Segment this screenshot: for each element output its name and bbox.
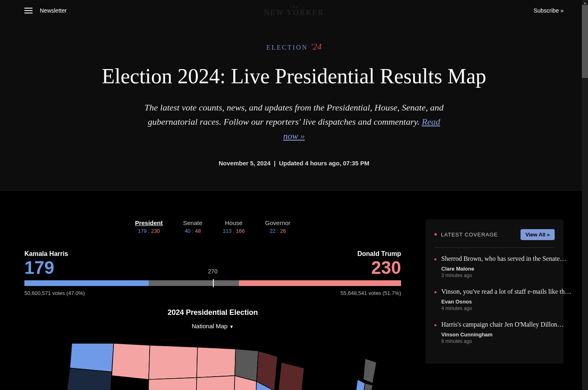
state-wa[interactable]: [70, 343, 114, 372]
coverage-author: Clare Malone: [441, 266, 566, 272]
bullet-icon: [434, 291, 436, 293]
view-all-button[interactable]: View All »: [521, 229, 555, 240]
chevron-down-icon: ▼: [229, 324, 234, 329]
hero-section: ELECTION '24 Election 2024: Live Preside…: [0, 21, 588, 191]
tab-governor[interactable]: Governor 22 : 26: [265, 219, 291, 234]
state-mi[interactable]: [278, 362, 304, 390]
map-selector[interactable]: National Map ▼: [24, 323, 401, 329]
coverage-panel: LATEST COVERAGE View All » Sherrod Brown…: [425, 219, 564, 364]
state-id[interactable]: [112, 343, 150, 379]
coverage-author: Vinson Cunningham: [441, 332, 564, 338]
menu-icon[interactable]: [24, 8, 33, 13]
live-dot-icon: [434, 233, 437, 236]
map-title: 2024 Presidential Election: [24, 308, 401, 317]
newsletter-link[interactable]: Newsletter: [40, 7, 67, 14]
coverage-time: 3 minutes ago: [441, 273, 566, 278]
timestamp: November 5, 2024 | Updated 4 hours ago, …: [24, 160, 564, 167]
coverage-item[interactable]: Harris's campaign chair Jen O'Malley Dil…: [434, 321, 555, 344]
coverage-time: 8 minutes ago: [441, 338, 564, 344]
rep-candidate-name: Donald Trump: [357, 250, 401, 258]
coverage-item[interactable]: Sherrod Brown, who has served in the Sen…: [434, 255, 555, 278]
state-vt[interactable]: [356, 379, 365, 390]
tab-house[interactable]: House 113 : 166: [223, 219, 245, 234]
dem-electoral-votes: 179: [24, 258, 54, 278]
site-logo[interactable]: The NEW YORKER: [264, 4, 324, 17]
dem-vote-count: 50,600,571 votes (47.0%): [24, 290, 85, 296]
header-bar: Newsletter The NEW YORKER Subscribe »: [0, 0, 588, 21]
coverage-headline: Vinson, you've read a lot of staff e-mai…: [441, 288, 571, 295]
coverage-item[interactable]: Vinson, you've read a lot of staff e-mai…: [434, 288, 555, 311]
coverage-headline: Harris's campaign chair Jen O'Malley Dil…: [441, 321, 564, 328]
tab-senate[interactable]: Senate 40 : 48: [183, 219, 203, 234]
target-270: 270: [208, 268, 217, 275]
bullet-icon: [434, 324, 436, 326]
ev-progress-bar: [24, 280, 401, 286]
state-mt[interactable]: [149, 345, 197, 379]
state-or[interactable]: [66, 368, 112, 390]
coverage-title: LATEST COVERAGE: [434, 232, 498, 238]
page-subtitle: The latest vote counts, news, and update…: [142, 100, 447, 143]
scroll-up-icon[interactable]: ▲: [583, 1, 587, 5]
election-tag: ELECTION '24: [24, 41, 564, 52]
coverage-time: 4 minutes ago: [441, 306, 571, 311]
page-title: Election 2024: Live Presidential Results…: [24, 64, 564, 88]
scrollbar[interactable]: ▲: [582, 0, 588, 390]
dem-candidate-name: Kamala Harris: [24, 250, 68, 258]
subscribe-link[interactable]: Subscribe »: [534, 7, 564, 14]
race-tabs: President 179 : 230 Senate 40 : 48 House…: [24, 219, 401, 234]
state-me[interactable]: [363, 358, 377, 383]
state-nd[interactable]: [197, 347, 236, 377]
election-map[interactable]: DC ME 1: [24, 338, 401, 390]
state-sd[interactable]: [196, 375, 235, 390]
rep-vote-count: 55,648,541 votes (51.7%): [341, 290, 401, 296]
coverage-headline: Sherrod Brown, who has served in the Sen…: [441, 255, 566, 262]
rep-electoral-votes: 230: [371, 258, 401, 278]
bullet-icon: [434, 258, 436, 260]
scrollbar-thumb[interactable]: [582, 5, 588, 78]
coverage-author: Evan Osnos: [441, 299, 571, 305]
state-wy[interactable]: [148, 377, 197, 390]
tab-president[interactable]: President 179 : 230: [135, 219, 163, 234]
